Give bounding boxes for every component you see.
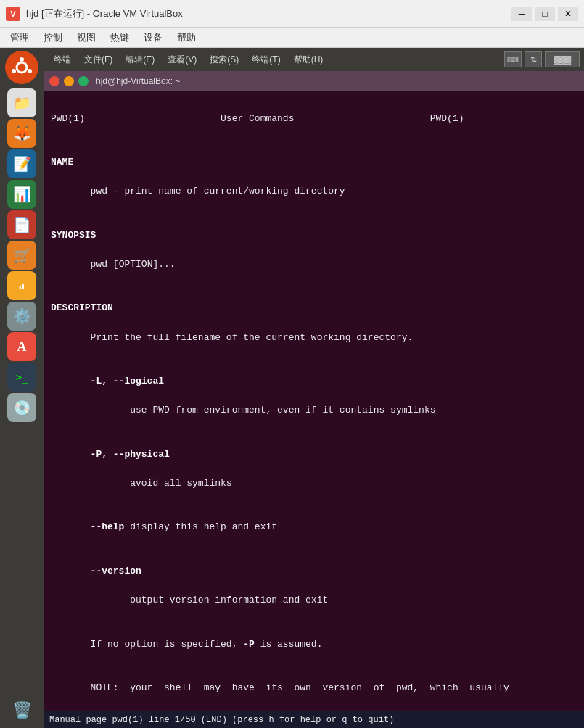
menu-hotkeys[interactable]: 热键 xyxy=(103,28,136,47)
svg-point-2 xyxy=(20,57,24,62)
window-title: hjd [正在运行] - Oracle VM VirtualBox xyxy=(26,7,506,20)
term-menu-file[interactable]: 文件(F) xyxy=(78,51,118,68)
header-center: User Commands xyxy=(221,113,294,124)
battery-icon: ▓▓▓ xyxy=(545,51,580,67)
svg-point-3 xyxy=(28,69,32,73)
sidebar-item-calc[interactable]: 📊 xyxy=(7,180,36,209)
main-layout: 📁 🦊 📝 📊 📄 🛒 a ⚙️ A >_ 💿 🗑️ 终端 文件(F) 编辑(E… xyxy=(0,48,584,728)
term-menu-search[interactable]: 搜索(S) xyxy=(204,51,244,68)
sidebar-item-files[interactable]: 📁 xyxy=(7,88,36,117)
sidebar-item-update[interactable]: A xyxy=(7,332,36,361)
term-menu-terminalm[interactable]: 终端(T) xyxy=(246,51,286,68)
section-name: NAME xyxy=(51,157,73,167)
sidebar-item-settings[interactable]: ⚙️ xyxy=(7,302,36,331)
term-close-button[interactable] xyxy=(49,76,59,86)
keyboard-icon[interactable]: ⌨ xyxy=(504,51,522,67)
minimize-button[interactable]: ─ xyxy=(511,7,532,21)
desc-l-body: use PWD from environment, even if it con… xyxy=(51,403,577,418)
window-controls: ─ □ ✕ xyxy=(511,7,578,21)
menu-devices[interactable]: 设备 xyxy=(136,28,170,47)
sidebar-item-optical[interactable]: 💿 xyxy=(7,393,36,422)
sidebar-item-terminal[interactable]: >_ xyxy=(7,363,36,392)
terminal-titlebar: hjd@hjd-VirtualBox: ~ xyxy=(44,71,584,91)
terminal-content[interactable]: PWD(1) User Commands PWD(1) NAME pwd - p… xyxy=(44,91,584,711)
term-menu-edit[interactable]: 编辑(E) xyxy=(120,51,160,68)
terminal-container: 终端 文件(F) 编辑(E) 查看(V) 搜索(S) 终端(T) 帮助(H) ⌨… xyxy=(44,48,584,728)
term-menu-terminal[interactable]: 终端 xyxy=(48,51,77,68)
terminal-title: hjd@hjd-VirtualBox: ~ xyxy=(96,76,180,86)
sidebar-item-software[interactable]: 🛒 xyxy=(7,241,36,270)
status-bar: Manual page pwd(1) line 1/50 (END) (pres… xyxy=(44,711,584,728)
sidebar: 📁 🦊 📝 📊 📄 🛒 a ⚙️ A >_ 💿 🗑️ xyxy=(0,48,44,728)
title-bar: V hjd [正在运行] - Oracle VM VirtualBox ─ □ … xyxy=(0,0,584,28)
menu-control[interactable]: 控制 xyxy=(36,28,70,47)
sidebar-item-impress[interactable]: 📄 xyxy=(7,210,36,239)
term-minimize-button[interactable] xyxy=(64,76,74,86)
term-menu-view[interactable]: 查看(V) xyxy=(162,51,202,68)
menu-manage[interactable]: 管理 xyxy=(3,28,36,47)
header-right: PWD(1) xyxy=(430,113,464,124)
sidebar-item-firefox[interactable]: 🦊 xyxy=(7,119,36,148)
section-description: DESCRIPTION xyxy=(51,302,113,313)
maximize-button[interactable]: □ xyxy=(535,7,555,21)
desc-version-body: output version information and exit xyxy=(51,593,577,608)
section-synopsis: SYNOPSIS xyxy=(51,230,96,241)
desc-p-body: avoid all symlinks xyxy=(51,476,577,491)
name-body: pwd - print name of current/working dire… xyxy=(51,184,577,199)
sidebar-item-trash[interactable]: 🗑️ xyxy=(7,696,36,725)
app-icon: V xyxy=(6,7,20,21)
menu-bar: 管理 控制 视图 热键 设备 帮助 xyxy=(0,28,584,48)
close-button[interactable]: ✕ xyxy=(558,7,578,21)
term-maximize-button[interactable] xyxy=(78,76,89,86)
term-menu-helpf[interactable]: 帮助(H) xyxy=(288,51,329,68)
sidebar-item-amazon[interactable]: a xyxy=(7,271,36,300)
transfer-icon[interactable]: ⇅ xyxy=(525,51,542,67)
desc-body1: Print the full filename of the current w… xyxy=(51,331,577,345)
sidebar-item-ubuntu[interactable] xyxy=(5,51,38,84)
svg-point-4 xyxy=(12,69,16,73)
terminal-toolbar: 终端 文件(F) 编辑(E) 查看(V) 搜索(S) 终端(T) 帮助(H) ⌨… xyxy=(44,48,584,71)
terminal-text: PWD(1) User Commands PWD(1) NAME pwd - p… xyxy=(51,112,577,711)
menu-view[interactable]: 视图 xyxy=(70,28,103,47)
sidebar-item-writer[interactable]: 📝 xyxy=(7,149,36,178)
header-left: PWD(1) xyxy=(51,113,85,124)
status-text: Manual page pwd(1) line 1/50 (END) (pres… xyxy=(49,715,394,725)
menu-help[interactable]: 帮助 xyxy=(170,28,203,47)
